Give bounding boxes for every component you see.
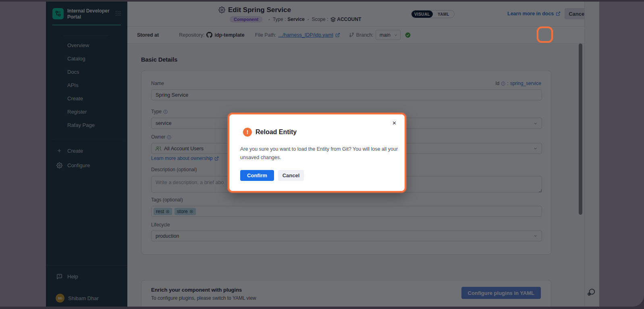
reload-entity-modal: ✕ ! Reload Entity Are you sure you want … — [228, 113, 406, 193]
modal-title: Reload Entity — [256, 129, 297, 136]
close-icon[interactable]: ✕ — [392, 120, 397, 126]
confirm-button[interactable]: Confirm — [240, 170, 274, 181]
modal-body: Are you sure you want to load the Entity… — [240, 145, 398, 162]
annotation-highlight-ring — [537, 27, 553, 43]
warning-icon: ! — [243, 128, 252, 137]
app-window: Internal Developer Portal Overview Catal… — [46, 2, 599, 307]
modal-cancel-button[interactable]: Cancel — [278, 170, 304, 181]
